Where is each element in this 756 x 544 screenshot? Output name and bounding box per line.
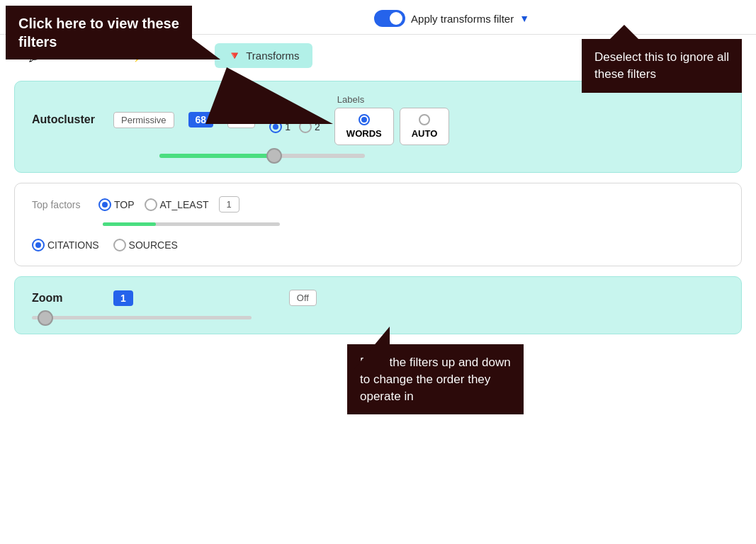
- auto-label: AUTO: [412, 128, 438, 139]
- apply-filter-area: Apply transforms filter ▼: [374, 10, 529, 27]
- words-label: WORDS: [346, 128, 382, 139]
- label-option-words[interactable]: WORDS: [334, 108, 394, 145]
- level-section: Level 1 2: [269, 107, 320, 133]
- level-radio-1[interactable]: 1: [269, 120, 290, 133]
- apply-filter-toggle[interactable]: [374, 10, 405, 27]
- citations-radio[interactable]: CITATIONS: [32, 239, 99, 251]
- zoom-slider-row: [32, 316, 724, 319]
- zoom-off: Off: [289, 290, 317, 306]
- zoom-slider-track[interactable]: [32, 316, 252, 319]
- label-option-auto[interactable]: AUTO: [400, 108, 450, 145]
- level-radio-2-label: 2: [315, 121, 320, 132]
- sources-radio-circle: [113, 239, 126, 251]
- top-factors-row: Top factors TOP AT_LEAST 1: [32, 196, 724, 212]
- page-wrapper: Click here to view these filters Apply t…: [0, 0, 756, 544]
- tooltip-click-here: Click here to view these filters: [6, 6, 192, 60]
- autocluster-off: Off: [227, 112, 255, 128]
- zoom-card: Zoom 1 Off: [14, 276, 742, 334]
- main-content: Autocluster Permissive 68 Off Level 1 2: [0, 68, 756, 347]
- level-radio-2-circle: [299, 120, 312, 133]
- autocluster-title: Autocluster: [32, 113, 99, 126]
- top-bar: Click here to view these filters Apply t…: [0, 0, 756, 35]
- top-factors-card: Top factors TOP AT_LEAST 1: [14, 183, 742, 266]
- citations-row: CITATIONS SOURCES: [32, 239, 724, 251]
- drag-line1: Drag the filters up and down: [360, 356, 511, 369]
- autocluster-slider-row: [32, 154, 724, 158]
- labels-options: WORDS AUTO: [334, 108, 449, 145]
- top-factors-slider-fill: [103, 222, 156, 226]
- zoom-title: Zoom: [32, 292, 99, 305]
- atleast-radio-circle: [145, 198, 157, 211]
- transforms-icon: 🔻: [227, 49, 242, 62]
- tab-transforms[interactable]: 🔻 Transforms: [215, 43, 312, 68]
- top-factors-slider-track[interactable]: [103, 222, 280, 226]
- filter-icon: ▼: [519, 13, 529, 24]
- sources-label: SOURCES: [129, 239, 178, 251]
- drag-line3: operate in: [360, 390, 414, 403]
- top-factors-value: 1: [219, 196, 239, 212]
- citations-label: CITATIONS: [47, 239, 99, 251]
- zoom-value: 1: [113, 290, 133, 306]
- top-factors-label: Top factors: [32, 199, 89, 210]
- zoom-slider-thumb[interactable]: [38, 310, 53, 326]
- atleast-radio-label: AT_LEAST: [160, 199, 209, 210]
- top-radio-top[interactable]: TOP: [98, 198, 135, 211]
- auto-radio-circle: [419, 114, 430, 125]
- top-radio-circle: [98, 198, 111, 211]
- deselect-line1: Deselect this to ignore all: [594, 50, 729, 64]
- autocluster-value: 68: [188, 112, 214, 128]
- tooltip-line1: Click here to view these: [18, 16, 179, 31]
- apply-filter-label: Apply transforms filter: [411, 13, 514, 25]
- citations-radio-circle: [32, 239, 45, 251]
- level-radio-2[interactable]: 2: [299, 120, 320, 133]
- autocluster-card: Autocluster Permissive 68 Off Level 1 2: [14, 81, 742, 173]
- autocluster-slider-fill: [159, 154, 273, 158]
- level-radio-group: 1 2: [269, 120, 320, 133]
- sources-radio[interactable]: SOURCES: [113, 239, 178, 251]
- tab-transforms-label: Transforms: [246, 50, 299, 62]
- top-radio-label: TOP: [114, 199, 135, 210]
- autocluster-slider-track[interactable]: [159, 154, 365, 158]
- level-radio-1-label: 1: [285, 121, 290, 132]
- level-label: Level: [284, 107, 306, 118]
- labels-label: Labels: [337, 94, 364, 105]
- autocluster-slider-thumb[interactable]: [266, 148, 282, 164]
- deselect-line2: these filters: [594, 67, 656, 81]
- level-radio-1-circle: [269, 120, 282, 133]
- top-factors-slider-row: [32, 222, 724, 226]
- tooltip-drag: Drag the filters up and down to change t…: [347, 344, 524, 414]
- labels-section: Labels WORDS AUTO: [334, 94, 449, 145]
- drag-line2: to change the order they: [360, 373, 490, 386]
- tooltip-deselect: Deselect this to ignore all these filter…: [582, 39, 742, 93]
- permissive-badge: Permissive: [113, 112, 174, 128]
- words-radio-circle: [359, 114, 370, 125]
- zoom-row: Zoom 1 Off: [32, 290, 724, 306]
- tooltip-line2: filters: [18, 34, 57, 50]
- top-radio-atleast[interactable]: AT_LEAST: [145, 198, 209, 211]
